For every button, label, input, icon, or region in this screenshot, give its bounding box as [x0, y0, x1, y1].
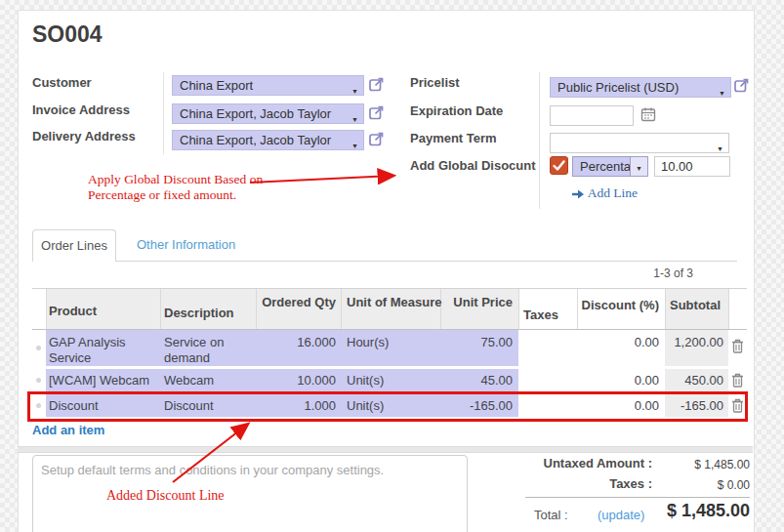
col-header-taxes: Taxes	[523, 307, 558, 322]
chevron-down-icon: ▼	[351, 137, 358, 150]
taxes-label: Taxes :	[469, 476, 652, 491]
header-divider	[341, 289, 342, 329]
delivery-address-select-value: China Export, Jacob Taylor	[180, 133, 331, 147]
invoice-address-select-value: China Export, Jacob Taylor	[180, 106, 331, 121]
cell-uom[interactable]: Hour(s)	[347, 330, 436, 350]
chevron-down-icon: ▼	[351, 82, 358, 96]
page-title: SO004	[32, 21, 103, 48]
screen: SO004 Customer China Export ▼ Invoice Ad…	[0, 0, 784, 532]
expiration-date-input[interactable]	[550, 105, 634, 126]
invoice-address-external-link-icon[interactable]	[369, 104, 385, 120]
tab-other-information[interactable]: Other Information	[137, 237, 235, 252]
untaxed-amount-label: Untaxed Amount :	[469, 456, 652, 471]
tab-bar-line	[32, 261, 737, 262]
drag-handle[interactable]	[36, 378, 41, 383]
cell-subtotal[interactable]: 450.00	[626, 369, 723, 389]
discount-type-dropdown-button[interactable]: ▼	[630, 157, 647, 176]
cell-unit-price[interactable]: 45.00	[431, 369, 513, 389]
trash-icon[interactable]	[731, 373, 744, 388]
chevron-down-icon: ▼	[636, 165, 642, 172]
annotation-line-2: Percentage or fixed amount.	[88, 187, 236, 202]
terms-conditions-textarea[interactable]	[32, 455, 468, 532]
global-discount-checkbox[interactable]	[550, 156, 568, 175]
col-header-description: Description	[164, 306, 234, 320]
pricelist-select-value: Public Pricelist (USD)	[557, 80, 679, 95]
cell-subtotal[interactable]: 1,200.00	[626, 330, 723, 350]
col-header-discount: Discount (%)	[561, 298, 659, 312]
total-value: $ 1,485.00	[625, 501, 750, 521]
pricelist-label: Pricelist	[410, 75, 460, 90]
header-divider	[728, 289, 729, 329]
chevron-down-icon: ▼	[351, 110, 358, 124]
annotation-note-global-discount: Apply Global Discount Based on Percentag…	[88, 172, 264, 203]
cell-description[interactable]: Service on demand	[164, 330, 250, 366]
calendar-icon[interactable]	[640, 106, 656, 122]
header-divider	[46, 289, 47, 329]
annotation-note-discount-line: Added Discount Line	[106, 488, 225, 504]
add-line-link[interactable]: Add Line	[571, 185, 638, 201]
col-header-unit-price: Unit Price	[431, 295, 513, 309]
table-row[interactable]: [WCAM] Webcam Webcam 10.000 Unit(s) 45.0…	[32, 369, 747, 391]
chevron-down-icon: ▼	[717, 140, 723, 153]
global-discount-label: Add Global Disocunt	[410, 158, 536, 173]
cell-unit-price[interactable]: 75.00	[431, 330, 513, 350]
cell-qty[interactable]: 10.000	[257, 369, 336, 389]
cell-qty[interactable]: 16.000	[257, 330, 336, 350]
col-header-subtotal: Subtotal	[670, 298, 721, 312]
delivery-address-select[interactable]: China Export, Jacob Taylor ▼	[172, 130, 364, 150]
cell-description[interactable]: Webcam	[164, 369, 250, 389]
delivery-address-external-link-icon[interactable]	[369, 131, 385, 146]
col-header-ordered-qty: Ordered Qty	[257, 295, 336, 309]
invoice-address-select[interactable]: China Export, Jacob Taylor ▼	[172, 103, 364, 124]
customer-select-value: China Export	[180, 78, 253, 93]
chevron-down-icon: ▼	[719, 84, 725, 98]
totals-divider	[525, 497, 750, 498]
drag-handle[interactable]	[36, 346, 41, 350]
header-divider	[160, 289, 161, 329]
add-line-label: Add Line	[588, 185, 638, 200]
trash-icon[interactable]	[731, 339, 744, 353]
customer-select[interactable]: China Export ▼	[172, 75, 364, 96]
cell-uom[interactable]: Unit(s)	[347, 369, 436, 389]
expiration-date-label: Expiration Date	[410, 103, 503, 118]
payment-term-label: Payment Term	[410, 131, 497, 145]
add-an-item-link[interactable]: Add an item	[32, 423, 104, 437]
form-right-divider	[539, 72, 540, 209]
table-row[interactable]: GAP Analysis Service Service on demand 1…	[32, 330, 747, 366]
form-left-divider	[163, 72, 164, 154]
untaxed-amount-value: $ 1,485.00	[664, 458, 750, 471]
order-lines-header: Product Description Ordered Qty Unit of …	[32, 288, 747, 330]
discount-value: 10.00	[661, 159, 693, 174]
pricelist-select[interactable]: Public Pricelist (USD) ▼	[550, 77, 731, 98]
cell-product[interactable]: GAP Analysis Service	[49, 330, 151, 366]
taxes-value: $ 0.00	[664, 478, 750, 492]
discount-value-input[interactable]: 10.00	[654, 156, 730, 177]
annotation-line-1: Apply Global Discount Based on	[88, 172, 263, 186]
tab-order-lines[interactable]: Order Lines	[32, 229, 116, 262]
annotation-highlight-rect	[27, 391, 748, 422]
pager: 1-3 of 3	[635, 266, 693, 280]
header-divider	[665, 289, 666, 329]
col-header-unit-of-measure: Unit of Measure	[347, 295, 442, 309]
discount-type-select[interactable]: Percentage ▼	[572, 156, 648, 177]
col-header-product: Product	[49, 304, 97, 318]
payment-term-select[interactable]: ▼	[550, 133, 729, 153]
customer-label: Customer	[32, 75, 92, 90]
pricelist-external-link-icon[interactable]	[734, 77, 750, 93]
cell-product[interactable]: [WCAM] Webcam	[49, 369, 156, 389]
section-separator	[18, 446, 753, 453]
customer-external-link-icon[interactable]	[369, 76, 385, 92]
delivery-address-label: Delivery Address	[32, 129, 136, 143]
checkmark-icon	[551, 157, 567, 174]
arrow-right-icon	[571, 188, 585, 200]
invoice-address-label: Invoice Address	[32, 102, 130, 117]
total-label: Total :	[534, 508, 568, 522]
header-divider	[518, 289, 519, 329]
